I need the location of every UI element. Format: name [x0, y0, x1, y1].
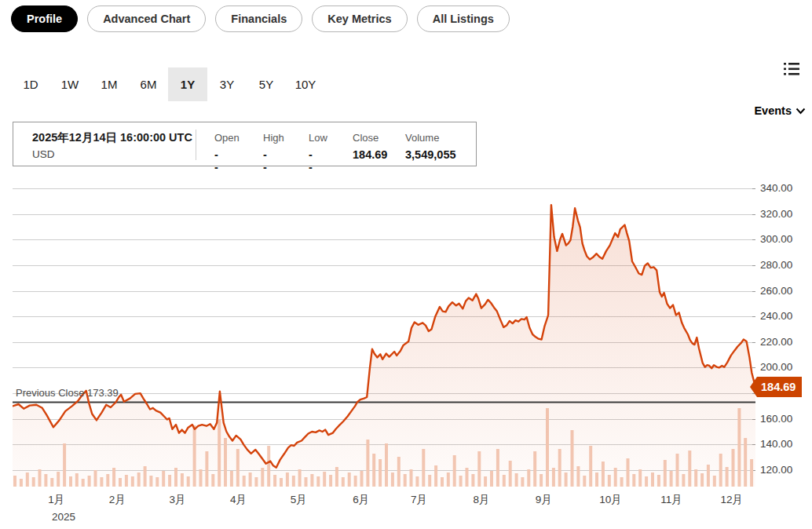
quote-date: 2025年12月14日 16:00:00 UTC [32, 130, 192, 145]
last-price-value: 184.69 [761, 381, 796, 393]
open-value: -- [214, 148, 218, 173]
last-price-badge: 184.69 [757, 377, 802, 397]
high-value: -- [263, 148, 267, 173]
low-label: Low [309, 132, 327, 144]
list-icon[interactable] [782, 61, 801, 77]
x-axis-labels: 1月2月3月4月5月6月7月8月9月10月11月12月 [13, 493, 755, 509]
x-tick-label: 4月 [230, 493, 247, 507]
x-tick-label: 2月 [109, 493, 126, 507]
range-3y[interactable]: 3Y [207, 67, 247, 101]
range-1y[interactable]: 1Y [168, 67, 207, 101]
y-tick-label: 300.00 [760, 233, 792, 245]
y-tick-label: 240.00 [760, 310, 792, 322]
x-tick-label: 6月 [353, 493, 369, 507]
tab-advanced-chart[interactable]: Advanced Chart [87, 5, 206, 32]
y-tick-label: 260.00 [760, 285, 792, 297]
x-tick-label: 5月 [291, 493, 307, 507]
high-label: High [263, 132, 284, 144]
y-tick-label: 220.00 [760, 336, 792, 348]
range-10y[interactable]: 10Y [286, 67, 325, 101]
range-1d[interactable]: 1D [11, 67, 50, 101]
close-label: Close [353, 132, 379, 144]
x-tick-label: 1月 [48, 493, 64, 507]
quote-currency: USD [32, 148, 55, 160]
x-tick-label: 7月 [411, 493, 427, 507]
volume-label: Volume [405, 132, 439, 144]
y-tick-label: 200.00 [760, 361, 792, 373]
price-chart-canvas [13, 182, 755, 487]
x-tick-label: 10月 [599, 493, 622, 507]
tab-key-metrics[interactable]: Key Metrics [312, 5, 407, 32]
close-value: 184.69 [353, 148, 387, 161]
time-range-bar: 1D 1W 1M 6M 1Y 3Y 5Y 10Y [11, 67, 325, 101]
range-6m[interactable]: 6M [129, 67, 168, 101]
y-tick-label: 320.00 [760, 208, 792, 220]
y-tick-label: 140.00 [760, 438, 792, 450]
x-tick-label: 12月 [720, 493, 743, 507]
range-1w[interactable]: 1W [50, 67, 90, 101]
events-label: Events [754, 104, 792, 117]
stock-profile-page: Profile Advanced Chart Financials Key Me… [0, 0, 812, 529]
events-dropdown[interactable]: Events [754, 104, 806, 117]
x-tick-label: 9月 [536, 493, 552, 507]
open-label: Open [214, 132, 240, 144]
quote-divider [196, 130, 196, 160]
low-value: -- [309, 148, 313, 173]
y-axis-labels: 120.00140.00160.00180.00200.00220.00240.… [760, 182, 810, 487]
top-tab-bar: Profile Advanced Chart Financials Key Me… [11, 5, 510, 32]
tab-all-listings[interactable]: All Listings [417, 5, 510, 32]
tab-profile[interactable]: Profile [11, 5, 78, 32]
range-5y[interactable]: 5Y [247, 67, 286, 101]
previous-close-label: Previous Close 173.39 [16, 387, 119, 399]
y-tick-label: 160.00 [760, 413, 792, 425]
y-tick-label: 340.00 [760, 182, 792, 194]
tab-financials[interactable]: Financials [215, 5, 302, 32]
x-tick-label: 8月 [473, 493, 489, 507]
x-axis-year-label: 2025 [52, 511, 75, 523]
price-area-fill [13, 205, 755, 487]
price-chart[interactable]: Previous Close 173.39 [13, 182, 755, 487]
x-tick-label: 11月 [660, 493, 682, 507]
y-tick-label: 280.00 [760, 259, 792, 271]
volume-value: 3,549,055 [405, 148, 456, 161]
quote-panel: 2025年12月14日 16:00:00 UTC USD Open -- Hig… [13, 122, 477, 166]
x-tick-label: 3月 [169, 493, 185, 507]
y-tick-label: 120.00 [760, 464, 792, 476]
chevron-down-icon [796, 108, 806, 115]
range-1m[interactable]: 1M [90, 67, 129, 101]
